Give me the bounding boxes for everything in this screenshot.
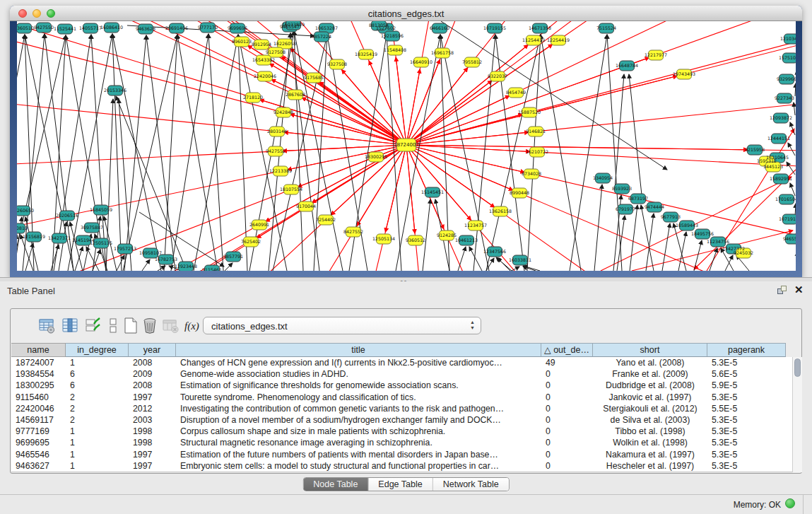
table-row[interactable]: 969969511998Structural magnetic resonanc…: [11, 437, 792, 448]
svg-text:11234756: 11234756: [707, 239, 729, 244]
svg-text:9170044: 9170044: [296, 204, 316, 209]
citation-graph[interactable]: 9360510842755011525441140557171608641094…: [17, 21, 796, 271]
svg-text:9699696: 9699696: [228, 25, 247, 30]
svg-text:11254419: 11254419: [522, 37, 545, 42]
table-cell: Nakamura et al. (1997): [593, 449, 707, 460]
svg-text:10589443: 10589443: [676, 223, 698, 228]
svg-text:12254419: 12254419: [547, 37, 570, 42]
svg-text:10719156: 10719156: [779, 216, 796, 221]
svg-text:12505135: 12505135: [90, 240, 112, 245]
svg-text:18724007: 18724007: [394, 142, 419, 148]
svg-text:18325419: 18325419: [355, 52, 377, 57]
svg-text:20206516: 20206516: [56, 213, 78, 218]
svg-text:7625402: 7625402: [241, 239, 261, 244]
table-cell: Wolkin et al. (1998): [593, 437, 707, 448]
table-row[interactable]: 946362711997Embryonic stem cells: a mode…: [11, 460, 792, 472]
column-header-in_degree[interactable]: in_degree: [66, 343, 129, 357]
table-cell: 14569117: [11, 414, 66, 426]
table-cell: 1998: [129, 437, 176, 448]
table-cell: Changes of HCN gene expression and I(f) …: [176, 357, 541, 368]
close-panel-icon[interactable]: ✕: [794, 284, 804, 296]
svg-text:8454749: 8454749: [506, 90, 526, 95]
column-header-out_de[interactable]: △ out_de…: [541, 343, 593, 357]
table-row[interactable]: 1872400712008Changes of HCN gene express…: [11, 357, 792, 368]
memory-ok-icon[interactable]: [785, 498, 795, 508]
svg-text:11548408: 11548408: [384, 47, 406, 52]
svg-text:25260650: 25260650: [17, 208, 34, 213]
column-header-title[interactable]: title: [176, 343, 541, 357]
table-row[interactable]: 1938455462009Genome-wide association stu…: [11, 368, 792, 380]
svg-text:10719155: 10719155: [483, 25, 506, 30]
table-cell: 1: [66, 357, 129, 368]
table-cell: 2: [66, 403, 129, 414]
tab-node-table[interactable]: Node Table: [303, 478, 368, 491]
column-header-short[interactable]: short: [593, 343, 707, 357]
table-cell: 9699695: [11, 437, 66, 448]
svg-text:9245032: 9245032: [734, 250, 753, 255]
svg-text:6466160: 6466160: [430, 25, 449, 30]
scrollbar-thumb[interactable]: [794, 358, 801, 377]
table-row[interactable]: 946554611997Estimation of the future num…: [11, 449, 792, 460]
table-cell: 5.3E-5: [707, 357, 786, 368]
table-scrollbar[interactable]: [792, 357, 802, 472]
table-cell: 0: [541, 449, 593, 460]
svg-text:10461213: 10461213: [455, 238, 478, 243]
tab-edge-table[interactable]: Edge Table: [368, 478, 433, 491]
table-cell: 2009: [129, 368, 176, 380]
table-header-row[interactable]: namein_degreeyeartitle△ out_de…shortpage…: [11, 343, 792, 357]
svg-text:7857224: 7857224: [312, 34, 331, 39]
svg-text:11234757: 11234757: [464, 223, 487, 228]
network-window: citations_edges.txt 93605108427550115254…: [10, 6, 802, 277]
svg-text:20691406: 20691406: [165, 25, 188, 30]
network-canvas[interactable]: 9360510842755011525441140557171608641094…: [17, 21, 796, 271]
table-cell: 1998: [129, 426, 176, 437]
table-settings-icon[interactable]: [39, 317, 56, 334]
float-panel-icon[interactable]: [777, 286, 787, 295]
table-row[interactable]: 977716911998Corpus callosum shape and si…: [11, 426, 792, 437]
svg-text:7515524: 7515524: [596, 25, 616, 30]
svg-text:15845059: 15845059: [90, 207, 112, 212]
column-header-pagerank[interactable]: pagerank: [707, 343, 786, 357]
svg-text:9465548: 9465548: [783, 236, 796, 241]
svg-text:16210722: 16210722: [526, 149, 548, 154]
table-cell: 19384554: [11, 368, 66, 380]
table-row[interactable]: 1456911722003Disruption of a novel membe…: [11, 414, 792, 426]
table-cell: Stergiakouli et al. (2012): [593, 403, 707, 414]
svg-text:16782753: 16782753: [155, 257, 177, 262]
tab-network-table[interactable]: Network Table: [433, 478, 509, 491]
window-titlebar[interactable]: citations_edges.txt: [10, 6, 802, 21]
svg-text:6873197: 6873197: [628, 196, 648, 201]
column-header-name[interactable]: name: [11, 343, 66, 357]
svg-text:15145451: 15145451: [421, 189, 444, 194]
function-builder-icon[interactable]: f(x): [184, 320, 201, 337]
table-cell: Hescheler et al. (1997): [593, 460, 707, 472]
svg-text:9677913: 9677913: [661, 214, 681, 219]
delete-table-icon[interactable]: [141, 317, 158, 334]
svg-text:6734028: 6734028: [522, 171, 541, 176]
table-cell: 0: [541, 426, 593, 437]
table-cell: Estimation of significance thresholds fo…: [176, 380, 541, 391]
row-check-icon[interactable]: [86, 317, 102, 334]
svg-text:2867608: 2867608: [286, 92, 305, 97]
table-cell: 5.3E-5: [707, 392, 786, 403]
table-cell: 1: [66, 460, 129, 472]
svg-text:15887520: 15887520: [518, 110, 541, 115]
svg-text:14055717: 14055717: [79, 25, 102, 30]
table-cell: 1: [66, 449, 129, 460]
column-header-year[interactable]: year: [129, 343, 176, 357]
table-row[interactable]: 1830029562008Estimation of significance …: [11, 380, 792, 391]
table-body[interactable]: 1872400712008Changes of HCN gene express…: [11, 357, 792, 472]
column-select-icon[interactable]: [62, 317, 79, 334]
table-cell: 5.5E-5: [707, 403, 786, 414]
table-cell: Estimation of the future numbers of pati…: [176, 449, 541, 460]
new-table-icon[interactable]: [122, 317, 139, 334]
svg-text:9127508: 9127508: [266, 49, 286, 54]
table-row[interactable]: 2242004622012Investigating the contribut…: [11, 403, 792, 414]
merge-rows-icon[interactable]: [107, 317, 124, 334]
table-row[interactable]: 911546021997Tourette syndrome. Phenomeno…: [11, 392, 792, 403]
svg-text:9227343: 9227343: [775, 95, 794, 100]
svg-text:1340954: 1340954: [593, 175, 613, 180]
table-source-dropdown[interactable]: citations_edges.txt ▲▼: [203, 317, 481, 334]
table-cell: 0: [541, 380, 593, 391]
svg-text:18300295: 18300295: [365, 154, 387, 159]
